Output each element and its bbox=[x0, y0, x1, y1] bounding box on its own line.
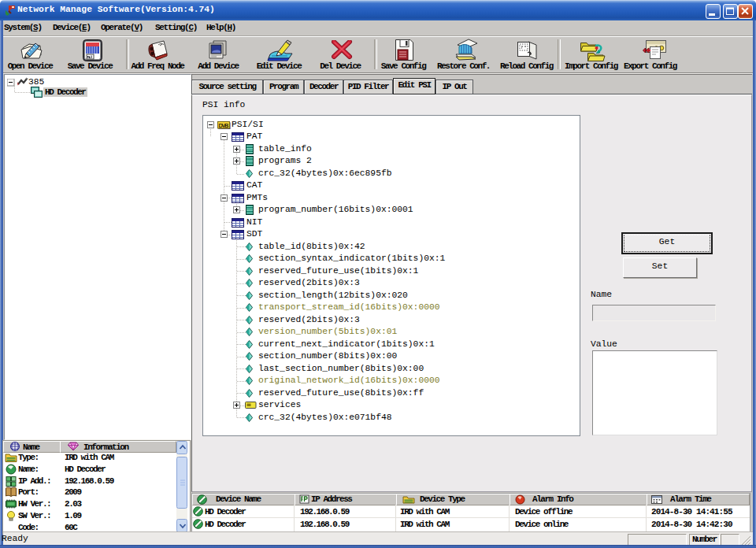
svg-text:DVB: DVB bbox=[219, 121, 230, 128]
